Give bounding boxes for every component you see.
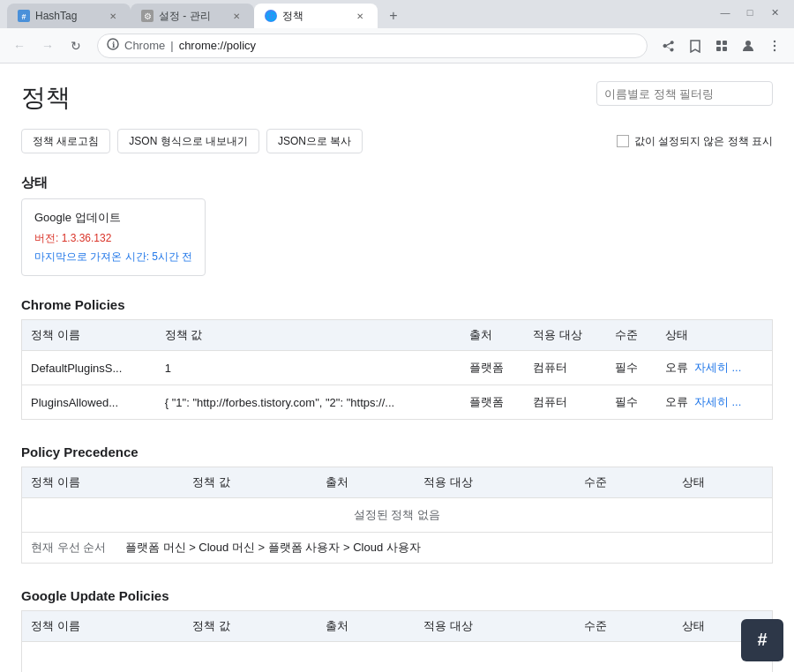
no-policy-row: 설정된 정책 없음	[22, 498, 773, 533]
svg-rect-8	[716, 41, 721, 45]
page-header: 정책	[21, 81, 773, 115]
tab-bar: # HashTag ✕ ⚙ 설정 - 관리 ✕ 🌐 정책 ✕	[7, 4, 713, 28]
policy-detail-link-2[interactable]: 자세히 ...	[694, 395, 741, 408]
policy-name-2: PluginsAllowed...	[22, 385, 156, 420]
tab-hashtag-title: HashTag	[35, 10, 101, 22]
google-update-header-row: 정책 이름 정책 값 출처 적용 대상 수준 상태	[22, 611, 773, 642]
google-update-policies-title: Google Update Policies	[21, 588, 773, 603]
hashtag-logo: #	[741, 619, 783, 661]
new-tab-button[interactable]: +	[381, 4, 406, 28]
tab-settings-close[interactable]: ✕	[229, 9, 243, 23]
policy-level-2: 필수	[606, 385, 656, 420]
close-button[interactable]: ✕	[762, 0, 787, 25]
svg-rect-9	[723, 41, 727, 45]
policy-scope-1: 컴퓨터	[524, 351, 606, 385]
toolbar: ← → ↻ ℹ Chrome | chrome://policy	[0, 28, 794, 63]
status-version: 버전: 1.3.36.132	[34, 231, 192, 246]
status-box: Google 업데이트 버전: 1.3.36.132 마지막으로 가져온 시간:…	[21, 198, 206, 276]
chrome-policies-title: Chrome Policies	[21, 297, 773, 312]
show-unset-label: 값이 설정되지 않은 정책 표시	[634, 134, 773, 149]
forward-button[interactable]: →	[35, 34, 60, 58]
col-status-2: 상태	[673, 467, 772, 498]
google-update-policies-table: 정책 이름 정책 값 출처 적용 대상 수준 상태	[21, 610, 773, 672]
toolbar-right	[656, 34, 787, 58]
precedence-header-row: 정책 이름 정책 값 출처 적용 대상 수준 상태	[22, 467, 773, 498]
tab-policy[interactable]: 🌐 정책 ✕	[254, 4, 378, 28]
minimize-button[interactable]: —	[713, 0, 738, 25]
col-policy-value-2: 정책 값	[184, 467, 317, 498]
policy-precedence-section: Policy Precedence 정책 이름 정책 값 출처 적용 대상 수준…	[21, 441, 773, 564]
maximize-button[interactable]: □	[738, 0, 762, 25]
col-source-1: 출처	[461, 320, 525, 351]
google-update-empty-row	[22, 642, 773, 673]
col-level-1: 수준	[606, 320, 656, 351]
back-button[interactable]: ←	[7, 34, 32, 58]
action-bar: 정책 새로고침 JSON 형식으로 내보내기 JSON으로 복사 값이 설정되지…	[21, 129, 773, 153]
tab-hashtag[interactable]: # HashTag ✕	[7, 4, 131, 28]
tab-hashtag-close[interactable]: ✕	[106, 9, 120, 23]
policy-source-2: 플랫폼	[461, 385, 525, 420]
precedence-order-cell: 현재 우선 순서 플랫폼 머신 > Cloud 머신 > 플랫폼 사용자 > C…	[22, 533, 773, 564]
chrome-policies-table: 정책 이름 정책 값 출처 적용 대상 수준 상태 DefaultPlugins…	[21, 319, 773, 420]
policy-favicon: 🌐	[265, 10, 277, 22]
col-status-1: 상태	[656, 320, 773, 351]
tab-policy-close[interactable]: ✕	[353, 9, 367, 23]
show-unset-container: 값이 설정되지 않은 정책 표시	[617, 134, 773, 149]
policy-status-2: 오류 자세히 ...	[656, 385, 773, 420]
policy-name-1: DefaultPluginsS...	[22, 351, 156, 385]
svg-rect-11	[723, 47, 727, 51]
menu-button[interactable]	[762, 34, 787, 58]
address-separator: |	[170, 39, 173, 52]
svg-point-12	[745, 41, 751, 46]
policy-status-1: 오류 자세히 ...	[656, 351, 773, 385]
col-source-3: 출처	[317, 611, 415, 642]
precedence-order-row: 현재 우선 순서 플랫폼 머신 > Cloud 머신 > 플랫폼 사용자 > C…	[22, 533, 773, 564]
window-controls: — □ ✕	[713, 0, 787, 28]
tab-policy-title: 정책	[282, 9, 348, 24]
svg-point-14	[774, 44, 775, 46]
policy-filter-input[interactable]	[596, 81, 773, 106]
col-policy-value-3: 정책 값	[184, 611, 317, 642]
page-content: 정책 정책 새로고침 JSON 형식으로 내보내기 JSON으로 복사 값이 설…	[0, 63, 794, 672]
svg-text:#: #	[757, 630, 767, 649]
tab-settings[interactable]: ⚙ 설정 - 관리 ✕	[131, 4, 254, 28]
status-time: 마지막으로 가져온 시간: 5시간 전	[34, 250, 192, 265]
status-section-title: 상태	[21, 175, 773, 191]
col-policy-name-2: 정책 이름	[22, 467, 184, 498]
profile-button[interactable]	[736, 34, 760, 58]
page-title: 정책	[21, 81, 71, 115]
col-scope-3: 적용 대상	[415, 611, 575, 642]
chrome-policy-row-2: PluginsAllowed... { "1": "http://forbes.…	[22, 385, 773, 420]
policy-source-1: 플랫폼	[461, 351, 525, 385]
settings-favicon: ⚙	[141, 10, 154, 22]
bookmark-button[interactable]	[683, 34, 708, 58]
show-unset-checkbox[interactable]	[617, 135, 629, 147]
export-json-button[interactable]: JSON 형식으로 내보내기	[117, 129, 259, 153]
refresh-policies-button[interactable]: 정책 새로고침	[21, 129, 110, 153]
policy-value-2: { "1": "http://forbes.tistory.com", "2":…	[156, 385, 461, 420]
status-box-title: Google 업데이트	[34, 210, 192, 226]
share-button[interactable]	[656, 34, 681, 58]
precedence-order-value: 플랫폼 머신 > Cloud 머신 > 플랫폼 사용자 > Cloud 사용자	[125, 541, 421, 554]
policy-detail-link-1[interactable]: 자세히 ...	[694, 361, 741, 374]
address-site: Chrome	[124, 39, 165, 52]
reload-button[interactable]: ↻	[64, 34, 88, 58]
col-level-2: 수준	[575, 467, 673, 498]
title-bar: # HashTag ✕ ⚙ 설정 - 관리 ✕ 🌐 정책 ✕	[0, 0, 794, 28]
col-source-2: 출처	[317, 467, 415, 498]
col-policy-value-1: 정책 값	[156, 320, 461, 351]
copy-json-button[interactable]: JSON으로 복사	[266, 129, 363, 153]
policy-level-1: 필수	[606, 351, 656, 385]
col-policy-name-1: 정책 이름	[22, 320, 156, 351]
policy-precedence-title: Policy Precedence	[21, 444, 773, 459]
svg-rect-10	[716, 47, 721, 51]
svg-point-15	[774, 49, 775, 50]
precedence-order-label: 현재 우선 순서	[31, 541, 106, 554]
svg-point-13	[774, 40, 775, 41]
extensions-button[interactable]	[709, 34, 734, 58]
chrome-policy-row-1: DefaultPluginsS... 1 플랫폼 컴퓨터 필수 오류 자세히 .…	[22, 351, 773, 385]
svg-text:🌐: 🌐	[266, 11, 277, 22]
address-bar[interactable]: ℹ Chrome | chrome://policy	[97, 34, 648, 58]
chrome-policies-section: Chrome Policies 정책 이름 정책 값 출처 적용 대상 수준 상…	[21, 294, 773, 420]
chrome-policies-header-row: 정책 이름 정책 값 출처 적용 대상 수준 상태	[22, 320, 773, 351]
